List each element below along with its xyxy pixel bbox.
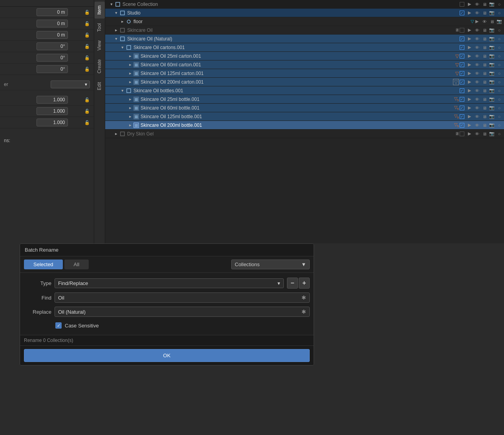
so60c-camera[interactable]: 📷 <box>489 62 495 68</box>
so60c-select[interactable]: ▶ <box>466 62 473 68</box>
so125c-eye[interactable]: 👁 <box>474 70 480 77</box>
location-z-value[interactable]: 0 m <box>37 31 68 39</box>
tab-selected[interactable]: Selected <box>24 260 63 269</box>
rotation-z-lock[interactable]: 🔓 <box>84 67 90 72</box>
so60b-camera[interactable]: 📷 <box>489 105 495 111</box>
studio-check[interactable]: ✓ <box>459 10 465 16</box>
studio-monitor[interactable]: 🖥 <box>481 10 488 16</box>
floor-row[interactable]: ► floor ▽ ▶ 👁 🖥 📷 <box>105 17 504 26</box>
rotation-x-value[interactable]: 0° <box>37 42 68 50</box>
so60b-eye[interactable]: 👁 <box>474 105 480 111</box>
studio-select[interactable]: ▶ <box>466 10 473 16</box>
soc-monitor[interactable]: 🖥 <box>481 44 488 51</box>
son-monitor[interactable]: 🖥 <box>481 36 488 42</box>
so200b-circle[interactable]: ○ <box>496 122 502 128</box>
so-dimmed-eye[interactable]: 👁 <box>474 27 480 33</box>
skincare-oil-dimmed-row[interactable]: ► Skincare Oil 2 ▶ 👁 🖥 📷 ○ <box>105 26 504 35</box>
son-eye[interactable]: 👁 <box>474 36 480 42</box>
so200c-camera[interactable]: 📷 <box>489 79 495 85</box>
sob-eye[interactable]: 👁 <box>474 88 480 94</box>
so25c-circle[interactable]: ○ <box>496 53 502 59</box>
so125c-select[interactable]: ▶ <box>466 70 473 77</box>
floor-eye[interactable]: 👁 <box>481 18 488 25</box>
so60c-circle[interactable]: ○ <box>496 62 502 68</box>
scene-eye-ctrl[interactable]: 👁 <box>474 1 480 7</box>
scene-camera-ctrl[interactable]: 📷 <box>489 1 495 7</box>
soc-eye[interactable]: 👁 <box>474 44 480 51</box>
find-input[interactable] <box>58 295 301 301</box>
so60c-monitor[interactable]: 🖥 <box>481 62 488 68</box>
so25c-camera[interactable]: 📷 <box>489 53 495 59</box>
so25b-eye[interactable]: 👁 <box>474 96 480 102</box>
studio-circle[interactable]: ○ <box>496 10 502 16</box>
so200c-check[interactable]: ✓ <box>459 79 465 85</box>
so125c-monitor[interactable]: 🖥 <box>481 70 488 77</box>
so-60ml-bottle-row[interactable]: ► ▦ Skincare Oil 60ml bottle.001 ▽5 ✓ ▶ … <box>105 104 504 112</box>
dsg-camera[interactable]: 📷 <box>489 131 495 137</box>
so-dimmed-check[interactable] <box>459 27 465 33</box>
scale-x-value[interactable]: 1.000 <box>37 96 68 104</box>
so25c-select[interactable]: ▶ <box>466 53 473 59</box>
location-y-value[interactable]: 0 m <box>37 20 68 27</box>
er-dropdown[interactable]: ▾ <box>51 80 90 88</box>
so125b-circle[interactable]: ○ <box>496 113 502 120</box>
so60c-eye[interactable]: 👁 <box>474 62 480 68</box>
son-select[interactable]: ▶ <box>466 36 473 42</box>
dsg-check[interactable] <box>459 131 465 137</box>
so25b-monitor[interactable]: 🖥 <box>481 96 488 102</box>
tab-edit[interactable]: Edit <box>95 78 105 94</box>
so-dimmed-select[interactable]: ▶ <box>466 27 473 33</box>
dry-skin-gel-row[interactable]: ► Dry Skin Gel 2 ▶ 👁 🖥 📷 ○ <box>105 130 504 138</box>
so60b-select[interactable]: ▶ <box>466 105 473 111</box>
dsg-monitor[interactable]: 🖥 <box>481 131 488 137</box>
so125c-check[interactable]: ✓ <box>459 70 465 77</box>
so-60ml-carton-row[interactable]: ► ▦ Skincare Oil 60ml carton.001 ▽ ✓ ▶ 👁… <box>105 60 504 69</box>
so-dimmed-monitor[interactable]: 🖥 <box>481 27 488 33</box>
so-dimmed-camera[interactable]: 📷 <box>489 27 495 33</box>
so200b-select[interactable]: ▶ <box>466 122 473 128</box>
sob-monitor[interactable]: 🖥 <box>481 88 488 94</box>
so200c-monitor[interactable]: 🖥 <box>481 79 488 85</box>
skincare-oil-cartons-row[interactable]: ▼ Skincare Oil cartons.001 ✓ ▶ 👁 🖥 📷 ○ <box>105 43 504 52</box>
soc-camera[interactable]: 📷 <box>489 44 495 51</box>
studio-row[interactable]: ▼ Studio ✓ ▶ 👁 🖥 📷 ○ <box>105 9 504 17</box>
replace-regex-icon[interactable]: ✱ <box>301 309 306 315</box>
so125b-check[interactable]: ✓ <box>459 113 465 120</box>
so25b-select[interactable]: ▶ <box>466 96 473 102</box>
scene-exclude-ctrl[interactable] <box>459 1 465 7</box>
so25b-check[interactable]: ✓ <box>459 96 465 102</box>
sob-check[interactable]: ✓ <box>459 88 465 94</box>
so60c-check[interactable]: ✓ <box>459 62 465 68</box>
type-dropdown[interactable]: Find/Replace ▾ <box>55 278 284 288</box>
so-dimmed-circle[interactable]: ○ <box>496 27 502 33</box>
so25b-camera[interactable]: 📷 <box>489 96 495 102</box>
rotation-z-value[interactable]: 0° <box>37 65 68 73</box>
floor-monitor[interactable]: 🖥 <box>489 18 495 25</box>
so-200ml-carton-row[interactable]: ► ▦ Skincare Oil 200ml carton.001 ▽ ✓ ▶ … <box>105 78 504 86</box>
plus-button[interactable]: + <box>299 278 310 289</box>
scene-collection-row[interactable]: ▼ Scene Collection ▶ 👁 🖥 📷 ○ <box>105 0 504 9</box>
so60b-circle[interactable]: ○ <box>496 105 502 111</box>
so25c-eye[interactable]: 👁 <box>474 53 480 59</box>
find-regex-icon[interactable]: ✱ <box>301 294 306 301</box>
so200b-camera[interactable]: 📷 <box>489 122 495 128</box>
son-check[interactable]: ✓ <box>459 36 465 42</box>
location-y-lock[interactable]: 🔓 <box>84 21 90 26</box>
location-z-lock[interactable]: 🔓 <box>84 33 90 38</box>
tab-all[interactable]: All <box>64 260 89 269</box>
location-x-value[interactable]: 0 m <box>37 8 68 16</box>
rotation-y-lock[interactable]: 🔓 <box>84 55 90 60</box>
tab-tool[interactable]: Tool <box>95 19 105 36</box>
rotation-x-lock[interactable]: 🔓 <box>84 44 90 49</box>
sob-circle[interactable]: ○ <box>496 88 502 94</box>
soc-circle[interactable]: ○ <box>496 44 502 51</box>
so-125ml-carton-row[interactable]: ► ▦ Skincare Oil 125ml carton.001 ▽ ✓ ▶ … <box>105 69 504 78</box>
son-circle[interactable]: ○ <box>496 36 502 42</box>
so125b-select[interactable]: ▶ <box>466 113 473 120</box>
so125c-camera[interactable]: 📷 <box>489 70 495 77</box>
data-type-dropdown[interactable]: Collections ▼ <box>231 260 310 269</box>
dsg-select[interactable]: ▶ <box>466 131 473 137</box>
dsg-circle[interactable]: ○ <box>496 131 502 137</box>
skincare-oil-natural-row[interactable]: ▼ Skincare Oil (Natural) ✓ ▶ 👁 🖥 📷 ○ <box>105 35 504 43</box>
so200c-eye[interactable]: 👁 <box>474 79 480 85</box>
